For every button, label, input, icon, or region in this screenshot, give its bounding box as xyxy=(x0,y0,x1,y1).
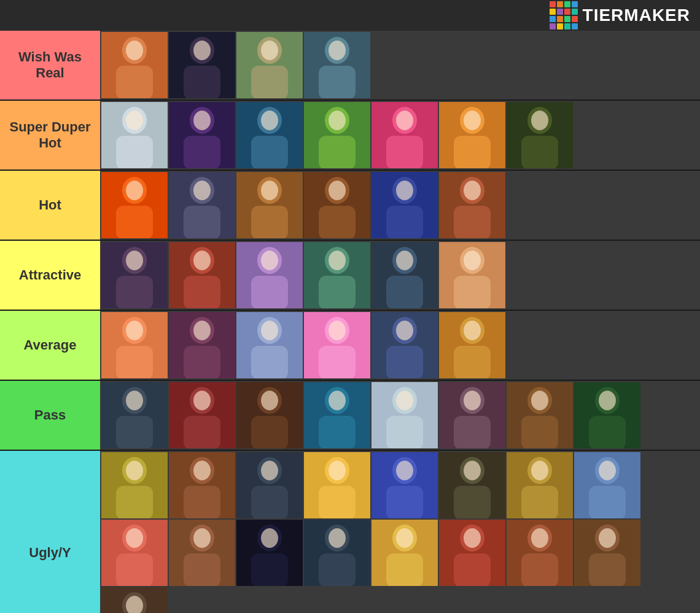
tier-label-hot: Hot xyxy=(0,171,100,240)
character-cell[interactable] xyxy=(371,452,438,518)
character-cell[interactable] xyxy=(507,382,573,448)
svg-rect-118 xyxy=(116,416,153,448)
character-cell[interactable] xyxy=(236,242,303,308)
character-cell[interactable] xyxy=(169,312,235,378)
character-cell[interactable] xyxy=(439,382,505,448)
tier-items-attractive xyxy=(100,241,700,310)
svg-point-159 xyxy=(261,461,278,480)
character-cell[interactable] xyxy=(236,312,303,378)
svg-point-115 xyxy=(464,321,481,340)
svg-point-31 xyxy=(329,111,346,130)
svg-point-163 xyxy=(329,461,346,480)
svg-point-27 xyxy=(261,111,278,130)
tier-label-wish-was-real: Wish Was Real xyxy=(0,31,100,100)
svg-point-79 xyxy=(261,251,278,270)
character-cell[interactable] xyxy=(169,172,235,238)
svg-point-211 xyxy=(599,528,616,548)
svg-point-119 xyxy=(126,391,143,410)
character-cell[interactable] xyxy=(169,452,235,518)
tier-label-super-duper-hot: Super Duper Hot xyxy=(0,101,100,170)
svg-rect-74 xyxy=(184,276,220,308)
character-cell[interactable] xyxy=(101,242,168,308)
svg-rect-94 xyxy=(116,346,153,378)
svg-rect-130 xyxy=(319,416,356,448)
character-cell[interactable] xyxy=(304,242,370,308)
tier-label-pass: Pass xyxy=(0,381,100,450)
svg-rect-78 xyxy=(251,276,288,308)
character-cell[interactable] xyxy=(304,520,370,586)
character-cell[interactable] xyxy=(439,102,505,168)
character-cell[interactable] xyxy=(574,452,640,518)
character-cell[interactable] xyxy=(101,172,168,238)
character-cell[interactable] xyxy=(101,32,168,98)
character-cell[interactable] xyxy=(371,172,438,238)
character-cell[interactable] xyxy=(304,382,370,448)
character-cell[interactable] xyxy=(371,312,438,378)
svg-rect-2 xyxy=(116,66,153,98)
svg-rect-10 xyxy=(251,66,288,98)
svg-point-55 xyxy=(261,181,278,200)
character-cell[interactable] xyxy=(236,382,303,448)
character-cell[interactable] xyxy=(371,382,438,448)
character-cell[interactable] xyxy=(439,172,505,238)
tier-row-hot: Hot xyxy=(0,171,700,241)
svg-point-123 xyxy=(193,391,211,410)
character-cell[interactable] xyxy=(236,520,303,586)
svg-rect-22 xyxy=(184,136,220,168)
svg-rect-146 xyxy=(589,416,626,448)
svg-point-67 xyxy=(464,181,481,200)
character-cell[interactable] xyxy=(169,102,235,168)
character-cell[interactable] xyxy=(236,172,303,238)
tier-items-average xyxy=(100,311,700,380)
character-cell[interactable] xyxy=(236,452,303,518)
character-cell[interactable] xyxy=(169,242,235,308)
character-cell[interactable] xyxy=(574,382,640,448)
character-cell[interactable] xyxy=(101,312,168,378)
tier-items-wish-was-real xyxy=(100,31,700,100)
character-cell[interactable] xyxy=(169,520,235,586)
character-cell[interactable] xyxy=(507,452,573,518)
svg-point-171 xyxy=(464,461,481,480)
character-cell[interactable] xyxy=(439,312,505,378)
svg-rect-166 xyxy=(386,486,423,518)
svg-point-199 xyxy=(396,528,413,548)
svg-point-139 xyxy=(464,391,481,410)
character-cell[interactable] xyxy=(304,172,370,238)
character-cell[interactable] xyxy=(371,242,438,308)
svg-point-103 xyxy=(261,321,278,340)
character-cell[interactable] xyxy=(439,452,505,518)
character-cell[interactable] xyxy=(304,32,370,98)
svg-point-187 xyxy=(193,528,211,548)
svg-point-7 xyxy=(193,41,211,60)
character-cell[interactable] xyxy=(304,312,370,378)
svg-rect-58 xyxy=(319,206,356,238)
svg-rect-210 xyxy=(589,553,626,586)
svg-rect-162 xyxy=(319,486,356,518)
character-cell[interactable] xyxy=(507,520,573,586)
character-cell[interactable] xyxy=(236,32,303,98)
tiermaker-text: TierMaker xyxy=(583,6,690,25)
character-cell[interactable] xyxy=(169,382,235,448)
svg-point-183 xyxy=(126,528,143,548)
character-cell[interactable] xyxy=(304,452,370,518)
character-cell[interactable] xyxy=(507,102,573,168)
svg-point-135 xyxy=(396,391,413,410)
character-cell[interactable] xyxy=(371,520,438,586)
svg-rect-90 xyxy=(454,276,491,308)
character-cell[interactable] xyxy=(101,382,168,448)
character-cell[interactable] xyxy=(169,32,235,98)
character-cell[interactable] xyxy=(101,452,168,518)
svg-rect-66 xyxy=(454,206,491,238)
svg-rect-206 xyxy=(521,553,558,586)
svg-rect-154 xyxy=(184,486,220,518)
svg-point-147 xyxy=(599,391,616,410)
character-cell[interactable] xyxy=(304,102,370,168)
character-cell[interactable] xyxy=(574,520,640,586)
character-cell[interactable] xyxy=(236,102,303,168)
character-cell[interactable] xyxy=(101,520,168,586)
character-cell[interactable] xyxy=(371,102,438,168)
character-cell[interactable] xyxy=(439,242,505,308)
character-cell[interactable] xyxy=(101,102,168,168)
character-cell[interactable] xyxy=(101,587,168,613)
character-cell[interactable] xyxy=(439,520,505,586)
